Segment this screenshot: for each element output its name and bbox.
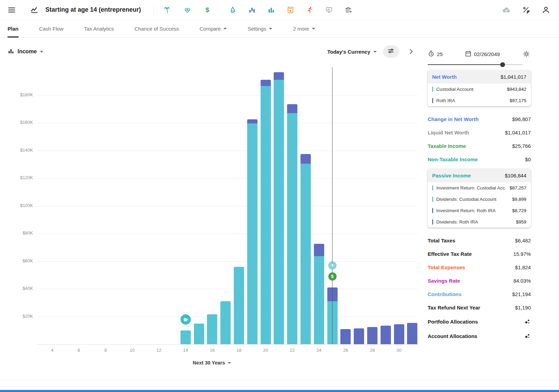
metric-selector[interactable]: Income <box>8 47 43 56</box>
bottom-accent-bar <box>0 390 559 392</box>
slider-handle[interactable] <box>500 62 505 67</box>
bar-age-19-passive-income[interactable] <box>247 119 257 123</box>
tab-cash-flow[interactable]: Cash Flow <box>39 20 64 37</box>
item-label: Investment Return: Roth IRA <box>436 208 509 213</box>
bar-age-18-active-income[interactable] <box>234 267 244 344</box>
date-display: 02/26/2049 <box>465 50 500 58</box>
palm-tree-icon[interactable] <box>161 4 174 16</box>
row-portfolio-allocations[interactable]: Portfolio Allocations <box>428 314 531 329</box>
year-slider[interactable] <box>428 62 523 67</box>
tab-tax-analytics[interactable]: Tax Analytics <box>84 20 114 37</box>
date-value: 02/26/2049 <box>474 51 500 57</box>
chart-panel: Income Today's Currency $20K$40K$60K$80K… <box>0 38 424 380</box>
bar-age-30-passive-income[interactable] <box>394 324 404 344</box>
passive-income-header[interactable]: Passive Income$106,844 <box>428 169 531 182</box>
bar-age-23-passive-income[interactable] <box>300 154 311 164</box>
x-axis-tick-label: 8 <box>98 348 113 353</box>
cloud-sync-icon[interactable] <box>500 4 512 16</box>
event-marker-piggy-bank[interactable] <box>180 314 191 325</box>
bar-age-27-passive-income[interactable] <box>354 328 364 344</box>
chevron-down-icon <box>373 51 377 53</box>
chart-bars-blue-icon[interactable] <box>246 4 258 16</box>
bar-age-31-passive-income[interactable] <box>407 323 417 344</box>
presentation-icon[interactable] <box>323 4 335 16</box>
runner-icon[interactable] <box>304 4 316 16</box>
x-axis-tick-label: 24 <box>311 348 327 353</box>
currency-label: Today's Currency <box>327 49 370 55</box>
menu-icon[interactable] <box>6 4 18 16</box>
app-header: Starting at age 14 (entrepreneur) $ <box>0 0 559 20</box>
metric-value: $6,482 <box>515 238 531 243</box>
item-value: $943,842 <box>507 87 526 92</box>
edit-rates-icon[interactable] <box>520 4 532 16</box>
metric-row-savings-rate: Savings Rate84.03% <box>428 274 531 287</box>
bar-age-24-passive-income[interactable] <box>314 244 324 256</box>
bar-age-20-active-income[interactable] <box>261 86 271 344</box>
metric-label: Taxable Income <box>428 143 466 149</box>
chart-settings-button[interactable] <box>383 45 399 58</box>
tab-plan[interactable]: Plan <box>8 20 19 37</box>
bar-age-15-active-income[interactable] <box>194 324 204 344</box>
calculator-x-icon[interactable] <box>284 4 297 16</box>
allocation-pie-icon[interactable] <box>524 318 531 325</box>
range-selector[interactable]: Next 30 Years <box>0 360 424 366</box>
series-color-marker <box>432 98 433 103</box>
bar-age-26-passive-income[interactable] <box>340 329 351 344</box>
tab-chance-of-success[interactable]: Chance of Success <box>134 20 179 37</box>
bar-age-20-passive-income[interactable] <box>261 80 271 86</box>
metric-label: Non-Taxable Income <box>428 156 478 162</box>
tab-settings[interactable]: Settings <box>248 20 272 37</box>
tab-label: Compare <box>200 26 221 32</box>
x-axis-tick-label: 26 <box>338 348 353 353</box>
event-marker-arrow-up[interactable] <box>328 261 337 270</box>
bar-age-22-active-income[interactable] <box>287 113 297 344</box>
allocation-pie-icon[interactable] <box>524 333 531 339</box>
tab-2-more[interactable]: 2 more <box>293 20 315 37</box>
gear-icon[interactable] <box>522 50 531 58</box>
item-label: Dividends: Custodial Account <box>436 197 509 202</box>
plan-logo-icon <box>28 4 41 16</box>
bar-age-24-active-income[interactable] <box>314 256 324 344</box>
bar-age-21-passive-income[interactable] <box>274 72 284 80</box>
metric-label: Change in Net Worth <box>428 116 479 122</box>
expand-panel-button[interactable] <box>405 45 417 58</box>
metric-label: Total Expenses <box>428 264 465 270</box>
heart-pulse-icon[interactable] <box>181 4 194 16</box>
metric-row-liquid-net-worth: Liquid Net Worth$1,041,017 <box>428 126 531 139</box>
chart-bars-green-icon[interactable] <box>265 4 277 16</box>
bar-age-21-active-income[interactable] <box>274 80 284 344</box>
tab-bar: PlanCash FlowTax AnalyticsChance of Succ… <box>0 20 559 38</box>
row-account-allocations[interactable]: Account Allocations <box>428 329 531 343</box>
passive-income-item: Dividends: Custodial Account$9,899 <box>428 194 531 205</box>
droplet-icon[interactable] <box>227 4 239 16</box>
bar-age-29-passive-income[interactable] <box>381 326 391 344</box>
calendar-icon <box>465 50 472 58</box>
y-axis-tick-label: $140K <box>0 148 33 153</box>
account-icon[interactable] <box>540 4 552 16</box>
event-marker-dollar-white[interactable]: $ <box>328 272 337 281</box>
metric-row-tax-refund-next-year: Tax Refund Next Year$1,190 <box>428 301 531 314</box>
bank-transfer-icon[interactable] <box>342 4 354 16</box>
tab-label: Settings <box>248 26 266 32</box>
net-worth-header[interactable]: Net Worth$1,041,017 <box>428 70 531 84</box>
bar-age-19-active-income[interactable] <box>247 123 257 344</box>
x-axis-line <box>37 344 418 345</box>
bar-age-28-passive-income[interactable] <box>367 327 377 344</box>
gridline <box>37 178 418 178</box>
x-axis-tick-label: 28 <box>365 348 380 353</box>
dollar-sign-icon[interactable]: $ <box>201 4 213 16</box>
net-worth-item: Roth IRA$97,175 <box>428 95 531 106</box>
bar-age-16-active-income[interactable] <box>207 314 217 344</box>
item-value: $8,729 <box>512 208 526 213</box>
tab-compare[interactable]: Compare <box>200 20 227 37</box>
chevron-down-icon <box>223 28 227 30</box>
tab-label: Cash Flow <box>39 26 64 32</box>
series-color-marker <box>432 208 433 213</box>
metric-value: $1,041,017 <box>505 130 531 135</box>
bar-age-23-active-income[interactable] <box>300 164 311 344</box>
bar-age-22-passive-income[interactable] <box>287 104 297 113</box>
x-axis-tick-label: 30 <box>392 348 407 353</box>
bar-age-17-active-income[interactable] <box>220 301 231 344</box>
currency-selector[interactable]: Today's Currency <box>327 49 377 55</box>
bar-age-14-active-income[interactable] <box>180 330 191 344</box>
